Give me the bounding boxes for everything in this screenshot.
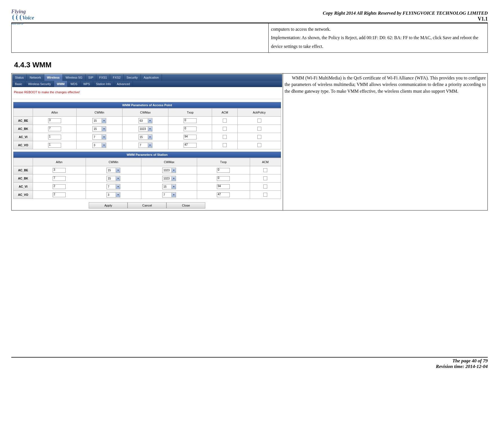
sta-row-acbe: AC_BE 3 15▼ 1023▼ 0 xyxy=(14,166,281,174)
sta-r3-cwmax-select[interactable]: 7▼ xyxy=(162,192,176,198)
chevron-down-icon: ▼ xyxy=(116,168,120,172)
ap-r1-ackpolicy-checkbox[interactable] xyxy=(257,127,261,131)
sta-r1-txop-input[interactable]: 0 xyxy=(217,176,230,181)
ap-r0-aifsn-input[interactable]: 3 xyxy=(48,118,61,123)
chevron-down-icon: ▼ xyxy=(171,176,176,181)
ap-row-acbe: AC_BE 3 15▼ 63▼ 0 xyxy=(14,117,281,125)
ap-r1-acm-checkbox[interactable] xyxy=(223,127,227,131)
chevron-down-icon: ▼ xyxy=(148,127,152,131)
sta-table: Aifsn CWMin CWMax Txop ACM AC_BE 3 15▼ 1… xyxy=(13,158,281,199)
ap-r2-ackpolicy-checkbox[interactable] xyxy=(257,135,261,139)
chevron-down-icon: ▼ xyxy=(148,135,152,139)
sta-r1-aifsn-input[interactable]: 7 xyxy=(53,176,66,181)
sta-r0-cwmax-select[interactable]: 1023▼ xyxy=(162,168,176,173)
chevron-down-icon: ▼ xyxy=(148,143,152,147)
tab-wireless[interactable]: Wireless xyxy=(44,74,63,81)
tab-wireless5g[interactable]: Wireless 5G xyxy=(63,74,86,81)
ap-r2-cwmin-select[interactable]: 7▼ xyxy=(92,134,106,140)
ap-r1-cwmin-select[interactable]: 15▼ xyxy=(92,126,106,132)
chevron-down-icon: ▼ xyxy=(102,143,106,147)
sta-r3-aifsn-input[interactable]: 2 xyxy=(53,192,66,197)
page-header: Flying ⦗⦗⦗Voice Voice over IP Copy Right… xyxy=(11,8,488,23)
sta-r3-name: AC_VO xyxy=(14,191,33,199)
chevron-down-icon: ▼ xyxy=(116,193,120,197)
sta-r2-cwmax-select[interactable]: 15▼ xyxy=(162,184,176,189)
ap-h5: ACM xyxy=(212,108,238,117)
sta-r2-cwmin-select[interactable]: 7▼ xyxy=(106,184,120,189)
ap-r2-aifsn-input[interactable]: 1 xyxy=(48,135,61,139)
ap-r2-acm-checkbox[interactable] xyxy=(223,135,227,139)
ap-r0-acm-checkbox[interactable] xyxy=(223,119,227,123)
main-tabs: Status Network Wireless Wireless 5G SIP … xyxy=(12,74,282,81)
sta-r2-aifsn-input[interactable]: 2 xyxy=(53,184,66,189)
sta-r0-aifsn-input[interactable]: 3 xyxy=(53,168,66,173)
ap-r0-cwmin-select[interactable]: 15▼ xyxy=(92,118,106,123)
sta-r2-acm-checkbox[interactable] xyxy=(263,185,267,188)
ap-row-acbk: AC_BK 7 15▼ 1023▼ 0 xyxy=(14,125,281,133)
chevron-down-icon: ▼ xyxy=(148,119,152,123)
apply-button[interactable]: Apply xyxy=(89,202,128,209)
tab-sip[interactable]: SIP xyxy=(86,74,97,81)
section-heading: 4.4.3 WMM xyxy=(14,61,488,69)
subtab-advanced[interactable]: Advanced xyxy=(114,81,133,87)
sta-r0-cwmin-select[interactable]: 15▼ xyxy=(106,168,120,173)
sta-r1-cwmax-select[interactable]: 1023▼ xyxy=(162,176,176,181)
sta-h4: Txop xyxy=(197,158,250,166)
main-layout-table: Status Network Wireless Wireless 5G SIP … xyxy=(11,73,488,210)
sta-r3-cwmin-select[interactable]: 3▼ xyxy=(106,192,120,198)
subtab-basic[interactable]: Basic xyxy=(12,81,25,87)
subtab-wmm[interactable]: WMM xyxy=(54,81,68,87)
tab-application[interactable]: Application xyxy=(141,74,162,81)
ap-row-acvi: AC_VI 1 7▼ 15▼ 94 xyxy=(14,133,281,141)
footer-page: The page 40 of 79 xyxy=(11,358,488,364)
sta-r1-cwmin-select[interactable]: 15▼ xyxy=(106,176,120,181)
logo-waves-icon: ⦗⦗⦗ xyxy=(11,14,22,21)
ap-r3-ackpolicy-checkbox[interactable] xyxy=(257,143,261,147)
sta-header-row: Aifsn CWMin CWMax Txop ACM xyxy=(14,158,281,166)
tab-status[interactable]: Status xyxy=(12,74,27,81)
ap-r1-txop-input[interactable]: 0 xyxy=(184,127,197,131)
sta-title: WMM Parameters of Station xyxy=(13,152,281,158)
subtab-station-info[interactable]: Station Info xyxy=(93,81,114,87)
ap-r3-cwmin-select[interactable]: 3▼ xyxy=(92,143,106,148)
page-footer: The page 40 of 79 Revision time: 2014-12… xyxy=(11,357,488,369)
sta-h3: CWMax xyxy=(141,158,197,166)
ap-r0-cwmax-select[interactable]: 63▼ xyxy=(139,118,152,123)
button-row: ApplyCancelClose xyxy=(12,201,282,210)
sta-h5: ACM xyxy=(250,158,281,166)
sta-r3-txop-input[interactable]: 47 xyxy=(217,192,230,197)
ap-h6: AckPolicy xyxy=(238,108,281,117)
sta-r0-acm-checkbox[interactable] xyxy=(263,168,267,172)
tab-security[interactable]: Security xyxy=(124,74,141,81)
ap-r3-aifsn-input[interactable]: 1 xyxy=(48,143,61,148)
close-button[interactable]: Close xyxy=(166,202,205,209)
ap-r3-cwmax-select[interactable]: 7▼ xyxy=(139,143,152,148)
tab-fxs2[interactable]: FXS2 xyxy=(110,74,124,81)
sta-r3-acm-checkbox[interactable] xyxy=(263,193,267,197)
ap-h1: Aifsn xyxy=(33,108,77,117)
sta-r0-txop-input[interactable]: 0 xyxy=(217,168,230,173)
ap-h0 xyxy=(14,108,33,117)
ap-r1-cwmax-select[interactable]: 1023▼ xyxy=(139,126,152,132)
ap-r3-acm-checkbox[interactable] xyxy=(223,143,227,147)
sta-h1: Aifsn xyxy=(33,158,86,166)
cancel-button[interactable]: Cancel xyxy=(128,202,166,209)
ap-r2-txop-input[interactable]: 94 xyxy=(184,135,197,139)
subtab-wireless-security[interactable]: Wireless Security xyxy=(25,81,54,87)
sta-r1-acm-checkbox[interactable] xyxy=(263,176,267,180)
ap-r0-txop-input[interactable]: 0 xyxy=(184,118,197,123)
ap-r3-txop-input[interactable]: 47 xyxy=(184,143,197,148)
subtab-wds[interactable]: WDS xyxy=(68,81,81,87)
tab-fxs1[interactable]: FXS1 xyxy=(96,74,110,81)
chevron-down-icon: ▼ xyxy=(102,135,106,139)
sta-h2: CWMin xyxy=(86,158,141,166)
header-right: Copy Right 2014 All Rights Reserved by F… xyxy=(323,10,488,22)
ap-r2-cwmax-select[interactable]: 15▼ xyxy=(139,134,152,140)
subtab-wps[interactable]: WPS xyxy=(81,81,93,87)
ap-r1-aifsn-input[interactable]: 7 xyxy=(48,127,61,131)
sta-row-acvi: AC_VI 2 7▼ 15▼ 94 xyxy=(14,183,281,191)
ap-r0-ackpolicy-checkbox[interactable] xyxy=(257,119,261,123)
tab-network[interactable]: Network xyxy=(27,74,44,81)
ap-r3-name: AC_VO xyxy=(14,141,33,149)
sta-r2-txop-input[interactable]: 94 xyxy=(217,184,230,189)
